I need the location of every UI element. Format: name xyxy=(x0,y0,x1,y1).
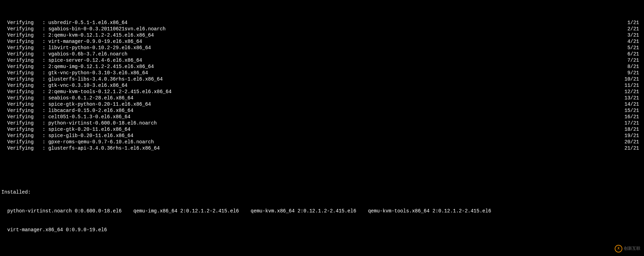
verifying-left: Verifying : 2:qemu-img-0.12.1.2-2.415.el… xyxy=(1,63,154,70)
verifying-count: 4/21 xyxy=(627,38,643,45)
verifying-row: Verifying : 2:qemu-kvm-tools-0.12.1.2-2.… xyxy=(1,89,643,95)
verifying-count: 7/21 xyxy=(627,57,643,63)
verifying-row: Verifying : 2:qemu-kvm-0.12.1.2-2.415.el… xyxy=(1,32,643,38)
verifying-left: Verifying : spice-gtk-0.20-11.el6.x86_64 xyxy=(1,126,131,133)
verifying-left: Verifying : 2:qemu-kvm-0.12.1.2-2.415.el… xyxy=(1,32,154,38)
verifying-count: 2/21 xyxy=(627,26,643,32)
verifying-left: Verifying : glusterfs-api-3.4.0.36rhs-1.… xyxy=(1,145,160,151)
verifying-row: Verifying : gtk-vnc-0.3.10-3.el6.x86_641… xyxy=(1,82,643,89)
verifying-row: Verifying : spice-glib-0.20-11.el6.x86_6… xyxy=(1,133,643,139)
installed-section: Installed: python-virtinst.noarch 0:0.60… xyxy=(1,176,643,246)
verifying-left: Verifying : usbredir-0.5.1-1.el6.x86_64 xyxy=(1,20,127,26)
watermark-text: 创新互联 xyxy=(624,246,641,252)
verifying-count: 17/21 xyxy=(624,120,643,126)
verifying-left: Verifying : vgabios-0.6b-3.7.el6.noarch xyxy=(1,51,127,57)
verifying-count: 14/21 xyxy=(624,101,643,107)
verifying-count: 1/21 xyxy=(627,20,643,26)
verifying-count: 9/21 xyxy=(627,70,643,76)
verifying-row: Verifying : gpxe-roms-qemu-0.9.7-6.10.el… xyxy=(1,139,643,145)
verifying-count: 11/21 xyxy=(624,82,643,89)
verifying-row: Verifying : sgabios-bin-0-0.3.20110621sv… xyxy=(1,26,643,32)
verifying-row: Verifying : celt051-0.5.1.3-0.el6.x86_64… xyxy=(1,114,643,120)
verifying-left: Verifying : glusterfs-libs-3.4.0.36rhs-1… xyxy=(1,76,163,82)
verifying-row: Verifying : vgabios-0.6b-3.7.el6.noarch6… xyxy=(1,51,643,57)
watermark-logo-icon: X xyxy=(615,245,622,253)
verifying-left: Verifying : sgabios-bin-0-0.3.20110621sv… xyxy=(1,26,165,32)
verifying-list: Verifying : usbredir-0.5.1-1.el6.x86_641… xyxy=(1,20,643,151)
verifying-row: Verifying : glusterfs-api-3.4.0.36rhs-1.… xyxy=(1,145,643,151)
verifying-count: 10/21 xyxy=(624,76,643,82)
verifying-left: Verifying : libcacard-0.15.0-2.el6.x86_6… xyxy=(1,107,133,114)
verifying-count: 15/21 xyxy=(624,107,643,114)
verifying-left: Verifying : 2:qemu-kvm-tools-0.12.1.2-2.… xyxy=(1,89,171,95)
verifying-row: Verifying : usbredir-0.5.1-1.el6.x86_641… xyxy=(1,20,643,26)
verifying-count: 8/21 xyxy=(627,63,643,70)
installed-header: Installed: xyxy=(1,189,643,195)
verifying-row: Verifying : libvirt-python-0.10.2-29.el6… xyxy=(1,45,643,51)
verifying-left: Verifying : python-virtinst-0.600.0-18.e… xyxy=(1,120,157,126)
verifying-row: Verifying : virt-manager-0.9.0-19.el6.x8… xyxy=(1,38,643,45)
verifying-left: Verifying : spice-gtk-python-0.20-11.el6… xyxy=(1,101,151,107)
verifying-row: Verifying : 2:qemu-img-0.12.1.2-2.415.el… xyxy=(1,63,643,70)
verifying-count: 13/21 xyxy=(624,95,643,101)
verifying-count: 20/21 xyxy=(624,139,643,145)
verifying-left: Verifying : gpxe-roms-qemu-0.9.7-6.10.el… xyxy=(1,139,154,145)
verifying-left: Verifying : virt-manager-0.9.0-19.el6.x8… xyxy=(1,38,142,45)
verifying-row: Verifying : spice-server-0.12.4-6.el6.x8… xyxy=(1,57,643,63)
verifying-count: 12/21 xyxy=(624,89,643,95)
verifying-row: Verifying : gtk-vnc-python-0.3.10-3.el6.… xyxy=(1,70,643,76)
verifying-row: Verifying : spice-gtk-0.20-11.el6.x86_64… xyxy=(1,126,643,133)
verifying-left: Verifying : gtk-vnc-python-0.3.10-3.el6.… xyxy=(1,70,148,76)
verifying-count: 3/21 xyxy=(627,32,643,38)
verifying-row: Verifying : libcacard-0.15.0-2.el6.x86_6… xyxy=(1,107,643,114)
watermark: X 创新互联 xyxy=(615,245,641,253)
verifying-left: Verifying : spice-glib-0.20-11.el6.x86_6… xyxy=(1,133,133,139)
installed-line: virt-manager.x86_64 0:0.9.0-19.el6 xyxy=(1,227,643,233)
verifying-count: 16/21 xyxy=(624,114,643,120)
installed-line: python-virtinst.noarch 0:0.600.0-18.el6 … xyxy=(1,208,643,214)
verifying-count: 21/21 xyxy=(624,145,643,151)
verifying-row: Verifying : spice-gtk-python-0.20-11.el6… xyxy=(1,101,643,107)
verifying-count: 19/21 xyxy=(624,133,643,139)
verifying-row: Verifying : seabios-0.6.1.2-28.el6.x86_6… xyxy=(1,95,643,101)
verifying-row: Verifying : python-virtinst-0.600.0-18.e… xyxy=(1,120,643,126)
verifying-count: 6/21 xyxy=(627,51,643,57)
verifying-left: Verifying : celt051-0.5.1.3-0.el6.x86_64 xyxy=(1,114,131,120)
verifying-left: Verifying : spice-server-0.12.4-6.el6.x8… xyxy=(1,57,142,63)
verifying-left: Verifying : seabios-0.6.1.2-28.el6.x86_6… xyxy=(1,95,133,101)
verifying-row: Verifying : glusterfs-libs-3.4.0.36rhs-1… xyxy=(1,76,643,82)
verifying-left: Verifying : gtk-vnc-0.3.10-3.el6.x86_64 xyxy=(1,82,127,89)
verifying-count: 18/21 xyxy=(624,126,643,133)
verifying-count: 5/21 xyxy=(627,45,643,51)
verifying-left: Verifying : libvirt-python-0.10.2-29.el6… xyxy=(1,45,151,51)
terminal-output: Verifying : usbredir-0.5.1-1.el6.x86_641… xyxy=(0,0,644,256)
